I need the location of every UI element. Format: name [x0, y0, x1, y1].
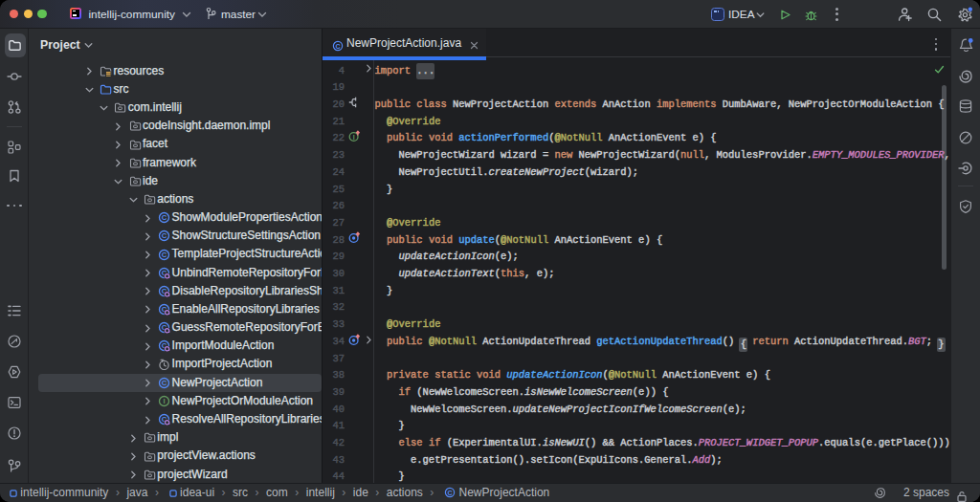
svg-text:C: C [162, 251, 167, 259]
svg-text:I: I [164, 397, 166, 405]
svg-text:I: I [353, 134, 355, 141]
svg-text:C: C [162, 214, 167, 223]
svg-text:C: C [448, 490, 453, 496]
svg-text:C: C [162, 232, 167, 241]
svg-text:C: C [162, 379, 167, 387]
svg-text:C: C [335, 42, 340, 49]
